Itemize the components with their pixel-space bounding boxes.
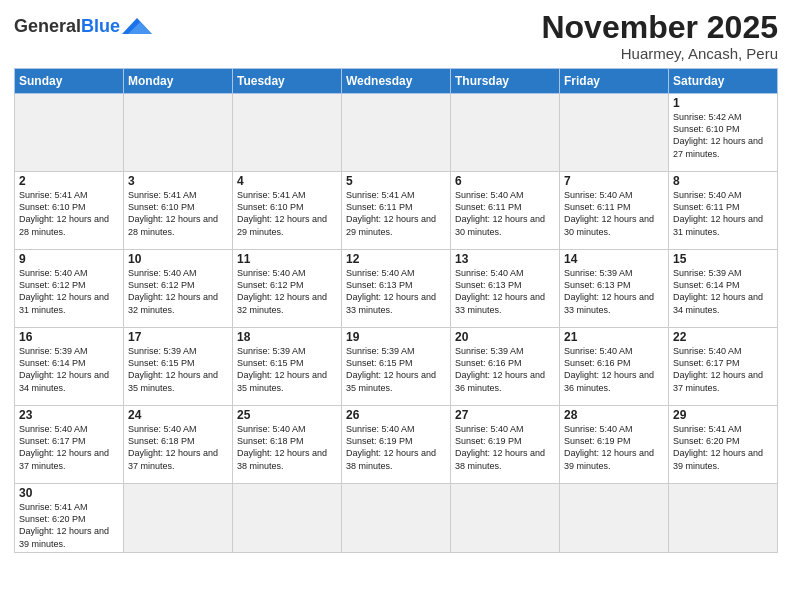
day-number: 24 (128, 408, 228, 422)
page: GeneralBlue November 2025 Huarmey, Ancas… (0, 0, 792, 612)
calendar-cell: 29Sunrise: 5:41 AMSunset: 6:20 PMDayligh… (669, 406, 778, 484)
day-info: Sunrise: 5:39 AMSunset: 6:14 PMDaylight:… (19, 345, 119, 394)
day-info: Sunrise: 5:39 AMSunset: 6:15 PMDaylight:… (237, 345, 337, 394)
weekday-header-tuesday: Tuesday (233, 69, 342, 94)
calendar-title: November 2025 (541, 10, 778, 45)
calendar-cell (342, 94, 451, 172)
day-number: 23 (19, 408, 119, 422)
day-info: Sunrise: 5:41 AMSunset: 6:20 PMDaylight:… (19, 501, 119, 550)
day-info: Sunrise: 5:41 AMSunset: 6:10 PMDaylight:… (128, 189, 228, 238)
calendar-cell: 3Sunrise: 5:41 AMSunset: 6:10 PMDaylight… (124, 172, 233, 250)
day-info: Sunrise: 5:40 AMSunset: 6:13 PMDaylight:… (346, 267, 446, 316)
day-number: 14 (564, 252, 664, 266)
day-number: 26 (346, 408, 446, 422)
day-number: 12 (346, 252, 446, 266)
calendar-cell: 8Sunrise: 5:40 AMSunset: 6:11 PMDaylight… (669, 172, 778, 250)
day-info: Sunrise: 5:40 AMSunset: 6:12 PMDaylight:… (19, 267, 119, 316)
day-info: Sunrise: 5:40 AMSunset: 6:18 PMDaylight:… (237, 423, 337, 472)
calendar-week-5: 23Sunrise: 5:40 AMSunset: 6:17 PMDayligh… (15, 406, 778, 484)
calendar-cell: 28Sunrise: 5:40 AMSunset: 6:19 PMDayligh… (560, 406, 669, 484)
calendar-cell: 18Sunrise: 5:39 AMSunset: 6:15 PMDayligh… (233, 328, 342, 406)
calendar-cell: 30Sunrise: 5:41 AMSunset: 6:20 PMDayligh… (15, 484, 124, 553)
calendar-cell: 14Sunrise: 5:39 AMSunset: 6:13 PMDayligh… (560, 250, 669, 328)
calendar-cell: 4Sunrise: 5:41 AMSunset: 6:10 PMDaylight… (233, 172, 342, 250)
calendar-cell: 1Sunrise: 5:42 AMSunset: 6:10 PMDaylight… (669, 94, 778, 172)
day-number: 1 (673, 96, 773, 110)
weekday-header-sunday: Sunday (15, 69, 124, 94)
calendar-week-1: 1Sunrise: 5:42 AMSunset: 6:10 PMDaylight… (15, 94, 778, 172)
calendar-cell (124, 484, 233, 553)
day-number: 28 (564, 408, 664, 422)
day-info: Sunrise: 5:40 AMSunset: 6:19 PMDaylight:… (455, 423, 555, 472)
calendar-cell: 23Sunrise: 5:40 AMSunset: 6:17 PMDayligh… (15, 406, 124, 484)
day-number: 15 (673, 252, 773, 266)
calendar-cell (451, 94, 560, 172)
weekday-header-row: SundayMondayTuesdayWednesdayThursdayFrid… (15, 69, 778, 94)
day-info: Sunrise: 5:40 AMSunset: 6:16 PMDaylight:… (564, 345, 664, 394)
day-number: 30 (19, 486, 119, 500)
calendar-cell: 9Sunrise: 5:40 AMSunset: 6:12 PMDaylight… (15, 250, 124, 328)
day-info: Sunrise: 5:39 AMSunset: 6:15 PMDaylight:… (346, 345, 446, 394)
day-number: 9 (19, 252, 119, 266)
day-info: Sunrise: 5:40 AMSunset: 6:17 PMDaylight:… (673, 345, 773, 394)
calendar-cell: 24Sunrise: 5:40 AMSunset: 6:18 PMDayligh… (124, 406, 233, 484)
calendar-cell: 16Sunrise: 5:39 AMSunset: 6:14 PMDayligh… (15, 328, 124, 406)
day-number: 5 (346, 174, 446, 188)
calendar-cell: 27Sunrise: 5:40 AMSunset: 6:19 PMDayligh… (451, 406, 560, 484)
day-number: 8 (673, 174, 773, 188)
day-info: Sunrise: 5:40 AMSunset: 6:13 PMDaylight:… (455, 267, 555, 316)
logo-icon (122, 14, 152, 38)
calendar-cell (233, 94, 342, 172)
day-info: Sunrise: 5:39 AMSunset: 6:15 PMDaylight:… (128, 345, 228, 394)
calendar-cell (124, 94, 233, 172)
day-number: 7 (564, 174, 664, 188)
calendar-week-2: 2Sunrise: 5:41 AMSunset: 6:10 PMDaylight… (15, 172, 778, 250)
day-number: 18 (237, 330, 337, 344)
calendar-cell: 10Sunrise: 5:40 AMSunset: 6:12 PMDayligh… (124, 250, 233, 328)
day-info: Sunrise: 5:40 AMSunset: 6:11 PMDaylight:… (673, 189, 773, 238)
calendar-cell: 17Sunrise: 5:39 AMSunset: 6:15 PMDayligh… (124, 328, 233, 406)
weekday-header-saturday: Saturday (669, 69, 778, 94)
calendar-cell: 22Sunrise: 5:40 AMSunset: 6:17 PMDayligh… (669, 328, 778, 406)
day-number: 21 (564, 330, 664, 344)
day-info: Sunrise: 5:40 AMSunset: 6:19 PMDaylight:… (564, 423, 664, 472)
day-number: 19 (346, 330, 446, 344)
calendar-cell (342, 484, 451, 553)
calendar-cell: 15Sunrise: 5:39 AMSunset: 6:14 PMDayligh… (669, 250, 778, 328)
calendar-cell: 11Sunrise: 5:40 AMSunset: 6:12 PMDayligh… (233, 250, 342, 328)
calendar-cell: 25Sunrise: 5:40 AMSunset: 6:18 PMDayligh… (233, 406, 342, 484)
day-info: Sunrise: 5:40 AMSunset: 6:11 PMDaylight:… (564, 189, 664, 238)
calendar-cell: 19Sunrise: 5:39 AMSunset: 6:15 PMDayligh… (342, 328, 451, 406)
day-info: Sunrise: 5:39 AMSunset: 6:13 PMDaylight:… (564, 267, 664, 316)
calendar-cell (233, 484, 342, 553)
day-info: Sunrise: 5:39 AMSunset: 6:14 PMDaylight:… (673, 267, 773, 316)
calendar-cell: 13Sunrise: 5:40 AMSunset: 6:13 PMDayligh… (451, 250, 560, 328)
calendar-cell: 12Sunrise: 5:40 AMSunset: 6:13 PMDayligh… (342, 250, 451, 328)
calendar-cell (451, 484, 560, 553)
day-number: 10 (128, 252, 228, 266)
day-number: 2 (19, 174, 119, 188)
calendar-cell (15, 94, 124, 172)
day-number: 6 (455, 174, 555, 188)
day-number: 11 (237, 252, 337, 266)
logo-general: General (14, 16, 81, 36)
day-number: 22 (673, 330, 773, 344)
day-info: Sunrise: 5:40 AMSunset: 6:12 PMDaylight:… (237, 267, 337, 316)
day-info: Sunrise: 5:41 AMSunset: 6:20 PMDaylight:… (673, 423, 773, 472)
calendar-cell: 7Sunrise: 5:40 AMSunset: 6:11 PMDaylight… (560, 172, 669, 250)
day-number: 27 (455, 408, 555, 422)
day-number: 29 (673, 408, 773, 422)
day-info: Sunrise: 5:41 AMSunset: 6:11 PMDaylight:… (346, 189, 446, 238)
day-number: 13 (455, 252, 555, 266)
weekday-header-friday: Friday (560, 69, 669, 94)
title-block: November 2025 Huarmey, Ancash, Peru (541, 10, 778, 62)
calendar-cell (560, 94, 669, 172)
day-number: 3 (128, 174, 228, 188)
day-info: Sunrise: 5:39 AMSunset: 6:16 PMDaylight:… (455, 345, 555, 394)
logo-blue: Blue (81, 16, 120, 36)
weekday-header-wednesday: Wednesday (342, 69, 451, 94)
day-number: 16 (19, 330, 119, 344)
header: GeneralBlue November 2025 Huarmey, Ancas… (14, 10, 778, 62)
calendar-cell (560, 484, 669, 553)
weekday-header-thursday: Thursday (451, 69, 560, 94)
